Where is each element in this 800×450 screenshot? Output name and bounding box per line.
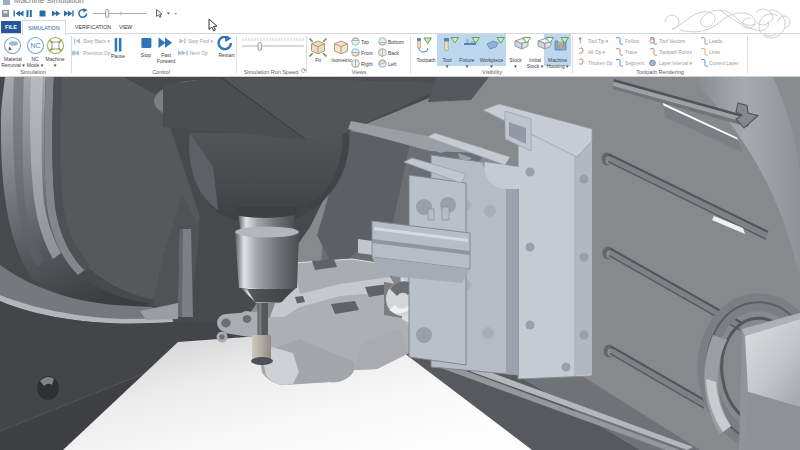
svg-text:Segment: Segment [625,61,645,66]
svg-text:Current Layer: Current Layer [709,61,739,66]
svg-text:Tool Tip ▾: Tool Tip ▾ [588,39,609,44]
svg-text:Left: Left [388,61,397,67]
svg-text:Front: Front [361,50,373,56]
svg-text:Step Back ▾: Step Back ▾ [83,38,110,44]
svg-text:NC: NC [30,42,40,49]
svg-text:Thicken Op: Thicken Op [588,61,613,66]
svg-text:Toolpath Points: Toolpath Points [659,50,692,55]
svg-text:Layer Interval ▾: Layer Interval ▾ [659,61,692,66]
svg-text:Bottom: Bottom [388,39,404,45]
svg-text:Links: Links [709,50,721,55]
svg-text:Top: Top [361,39,369,45]
svg-text:Step Fwd ▾: Step Fwd ▾ [188,38,214,44]
svg-text:Right: Right [361,61,373,67]
svg-text:Next Op: Next Op [190,50,209,56]
svg-text:Follow: Follow [625,39,639,44]
svg-text:All Op ▾: All Op ▾ [588,50,605,55]
svg-text:Trace: Trace [625,50,637,55]
svg-text:Back: Back [388,50,400,56]
